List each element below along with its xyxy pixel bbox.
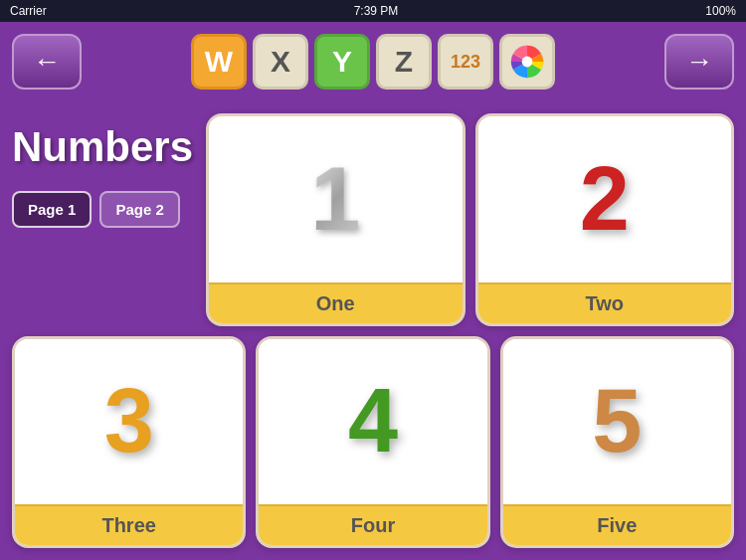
- content-row-1: Numbers Page 1 Page 2 1 One 2 Two: [12, 113, 734, 326]
- content-row-2: 3 Three 4 Four 5 Five: [12, 336, 734, 549]
- number-2-display: 2: [580, 148, 630, 251]
- left-panel: Numbers Page 1 Page 2: [12, 113, 196, 326]
- color-wheel-icon: [509, 44, 545, 80]
- main-content: Numbers Page 1 Page 2 1 One 2 Two 3: [0, 101, 746, 560]
- page-buttons: Page 1 Page 2: [12, 191, 180, 228]
- tile-y[interactable]: Y: [314, 34, 370, 90]
- card-one[interactable]: 1 One: [206, 113, 466, 326]
- card-five-image: 5: [503, 339, 731, 505]
- status-bar: Carrier 7:39 PM 100%: [0, 0, 746, 22]
- number-4-display: 4: [348, 370, 398, 472]
- card-five-label: Five: [503, 504, 731, 545]
- card-four-label: Four: [259, 504, 486, 545]
- section-title: Numbers: [12, 123, 193, 171]
- card-three-image: 3: [15, 339, 243, 505]
- tile-123[interactable]: 123: [438, 34, 493, 90]
- page-1-button[interactable]: Page 1: [12, 191, 92, 228]
- page-2-button[interactable]: Page 2: [99, 191, 179, 228]
- tile-z[interactable]: Z: [376, 34, 432, 90]
- card-four-image: 4: [259, 339, 486, 505]
- tile-color-wheel[interactable]: [499, 34, 555, 90]
- tile-w[interactable]: W: [191, 34, 247, 90]
- number-3-display: 3: [104, 370, 154, 472]
- card-five[interactable]: 5 Five: [500, 336, 734, 549]
- time-text: 7:39 PM: [354, 4, 399, 18]
- back-button[interactable]: ←: [12, 34, 82, 90]
- number-5-display: 5: [592, 370, 642, 472]
- carrier-text: Carrier: [10, 4, 47, 18]
- card-four[interactable]: 4 Four: [256, 336, 489, 549]
- letter-tiles: W X Y Z 123: [191, 34, 555, 90]
- number-1-display: 1: [310, 148, 360, 251]
- card-one-image: 1: [209, 116, 463, 282]
- tile-x[interactable]: X: [253, 34, 308, 90]
- card-two-image: 2: [478, 116, 732, 282]
- svg-point-1: [522, 57, 533, 68]
- top-bar: ← W X Y Z 123 →: [0, 22, 746, 101]
- card-one-label: One: [209, 282, 463, 323]
- card-two[interactable]: 2 Two: [475, 113, 735, 326]
- card-three-label: Three: [15, 504, 243, 545]
- card-three[interactable]: 3 Three: [12, 336, 246, 549]
- forward-button[interactable]: →: [664, 34, 734, 90]
- battery-text: 100%: [705, 4, 736, 18]
- card-two-label: Two: [478, 282, 732, 323]
